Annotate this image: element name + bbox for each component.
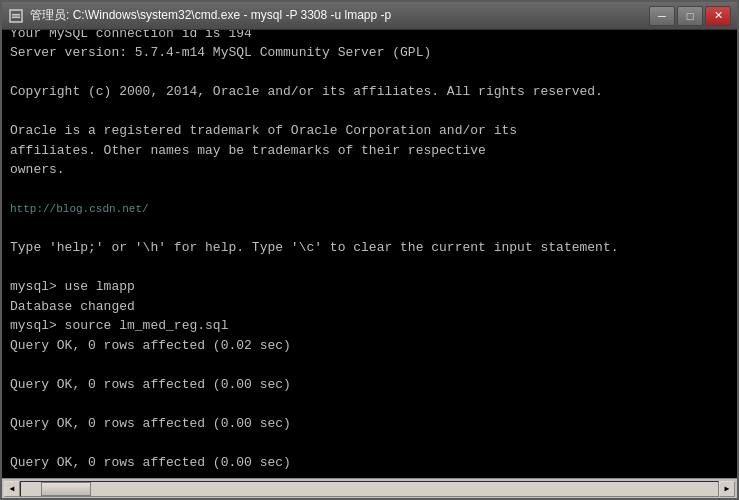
scroll-left-arrow[interactable]: ◀ bbox=[4, 481, 20, 497]
close-button[interactable]: ✕ bbox=[705, 6, 731, 26]
window-icon bbox=[8, 8, 24, 24]
console-output[interactable]: C:\Program Files\MySQL\MySQL Server 5.7\… bbox=[2, 30, 737, 478]
window-controls: ─ □ ✕ bbox=[649, 6, 731, 26]
h-scrollbar-track[interactable] bbox=[20, 481, 719, 497]
horizontal-scrollbar[interactable]: ◀ ▶ bbox=[2, 478, 737, 498]
console-area: C:\Program Files\MySQL\MySQL Server 5.7\… bbox=[2, 30, 737, 478]
svg-rect-2 bbox=[12, 16, 20, 18]
cmd-window: 管理员: C:\Windows\system32\cmd.exe - mysql… bbox=[0, 0, 739, 500]
h-scrollbar-thumb[interactable] bbox=[41, 482, 91, 496]
svg-rect-1 bbox=[12, 14, 20, 16]
minimize-button[interactable]: ─ bbox=[649, 6, 675, 26]
svg-rect-0 bbox=[10, 10, 22, 22]
maximize-button[interactable]: □ bbox=[677, 6, 703, 26]
title-text: 管理员: C:\Windows\system32\cmd.exe - mysql… bbox=[30, 7, 649, 24]
watermark-text: http://blog.csdn.net/ bbox=[10, 203, 149, 215]
title-bar: 管理员: C:\Windows\system32\cmd.exe - mysql… bbox=[2, 2, 737, 30]
scroll-right-arrow[interactable]: ▶ bbox=[719, 481, 735, 497]
